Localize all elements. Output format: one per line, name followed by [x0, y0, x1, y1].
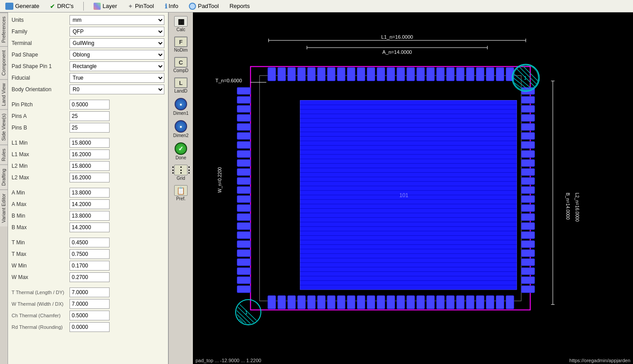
svg-rect-75 — [317, 295, 325, 309]
nodim-icon: F — [174, 36, 188, 47]
svg-rect-67 — [486, 68, 494, 81]
nodim-button[interactable]: F NoDim — [170, 35, 192, 54]
svg-rect-139 — [521, 277, 535, 284]
svg-rect-89 — [456, 295, 464, 309]
t-thermal-input[interactable]: 7.0000 — [69, 287, 110, 297]
svg-text:1: 1 — [245, 310, 248, 315]
svg-rect-112 — [237, 240, 250, 247]
pins-a-row: Pins A 25 — [12, 111, 164, 121]
units-select[interactable]: mminchmil — [69, 15, 164, 25]
pad-shape-select[interactable]: OblongRectangleRound — [69, 50, 164, 60]
layer-icon — [94, 3, 101, 10]
drcs-label: DRC's — [57, 3, 74, 9]
dimen1-button[interactable]: ● Dimen1 — [170, 96, 192, 117]
pcb-canvas[interactable]: 1 1 101 L1_n=16.0000 A_n=14.0000 — [193, 12, 633, 364]
w-min-row: W Min 0.1700 — [12, 261, 164, 271]
tab-drafting[interactable]: Drafting — [0, 165, 8, 190]
drcs-button[interactable]: ✔ DRC's — [47, 2, 76, 11]
svg-rect-116 — [237, 277, 250, 284]
a-max-input[interactable]: 14.2000 — [69, 199, 110, 209]
svg-rect-76 — [327, 295, 335, 309]
ch-thermal-input[interactable]: 0.5000 — [69, 311, 110, 320]
pad-shape-label: Pad Shape — [12, 52, 69, 58]
svg-rect-48 — [298, 68, 306, 81]
layer-button[interactable]: Layer — [91, 2, 120, 11]
svg-rect-104 — [237, 168, 250, 175]
pref-button[interactable]: 📋 Pref. — [170, 183, 192, 203]
info-button[interactable]: ℹ Info — [162, 2, 181, 11]
pins-a-label: Pins A — [12, 113, 69, 119]
svg-rect-90 — [466, 295, 474, 309]
tab-variant[interactable]: Variant Editor — [0, 190, 8, 226]
svg-rect-119 — [521, 96, 535, 103]
pin-pitch-input[interactable]: 0.5000 — [69, 100, 110, 109]
svg-rect-70 — [268, 295, 276, 309]
landd-label: LandD — [174, 89, 187, 93]
l1-min-label: L1 Min — [12, 140, 69, 146]
rd-thermal-input[interactable]: 0.0000 — [69, 322, 110, 332]
b-max-row: B Max 14.2000 — [12, 222, 164, 232]
generate-label: Generate — [15, 3, 39, 9]
svg-rect-73 — [298, 295, 306, 309]
fiducial-select[interactable]: TrueFalse — [69, 73, 164, 83]
pins-b-input[interactable]: 25 — [69, 123, 110, 133]
svg-rect-108 — [237, 204, 250, 211]
calc-button[interactable]: ▦ Calc — [170, 14, 192, 34]
main-content: Preferences Component Land View Side Vie… — [0, 12, 633, 364]
done-button[interactable]: ✓ Done — [170, 141, 192, 162]
svg-rect-66 — [476, 68, 484, 81]
reports-button[interactable]: Reports — [227, 2, 253, 10]
l1-max-input[interactable]: 16.2000 — [69, 150, 110, 159]
l2-max-row: L2 Max 16.2000 — [12, 173, 164, 182]
family-select[interactable]: QFPQFNSOIC — [69, 27, 164, 36]
l2-min-input[interactable]: 15.8000 — [69, 161, 110, 171]
a-min-input[interactable]: 13.8000 — [69, 188, 110, 198]
compd-button[interactable]: C CompD — [170, 55, 192, 75]
tab-sideview[interactable]: Side View(s) — [0, 109, 8, 145]
body-orientation-select[interactable]: R0R90R180R270 — [69, 85, 164, 94]
svg-rect-58 — [397, 68, 405, 81]
family-row: Family QFPQFNSOIC — [12, 27, 164, 36]
svg-rect-117 — [237, 286, 250, 293]
grid-button[interactable]: ⋮⋮⋮ Grid — [170, 163, 192, 182]
terminal-select[interactable]: GullWingJ-LeadFlat — [69, 38, 164, 48]
svg-rect-61 — [426, 68, 434, 81]
svg-rect-71 — [278, 295, 286, 309]
b-max-input[interactable]: 14.2000 — [69, 222, 110, 232]
w-thermal-input[interactable]: 7.0000 — [69, 299, 110, 309]
svg-text:W_n=0.2200: W_n=0.2200 — [217, 167, 222, 193]
pintool-button[interactable]: ✦ PinTool — [125, 2, 157, 11]
svg-rect-131 — [521, 204, 535, 211]
tab-rules[interactable]: Rules — [0, 145, 8, 165]
l1-min-input[interactable]: 15.8000 — [69, 138, 110, 148]
w-min-input[interactable]: 0.1700 — [69, 261, 110, 271]
pad-shape-pin1-select[interactable]: RectangleOblongRound — [69, 61, 164, 71]
l2-min-row: L2 Min 15.8000 — [12, 161, 164, 171]
tab-component[interactable]: Component — [0, 46, 8, 79]
done-icon: ✓ — [175, 142, 187, 155]
w-thermal-row: W Thermal (Width / DX) 7.0000 — [12, 299, 164, 309]
tab-preferences[interactable]: Preferences — [0, 12, 8, 46]
t-min-input[interactable]: 0.4500 — [69, 238, 110, 247]
status-right: https://oregadmin/appjarden — [569, 358, 630, 363]
landd-button[interactable]: L LandD — [170, 76, 192, 95]
l2-max-input[interactable]: 16.2000 — [69, 173, 110, 182]
svg-rect-97 — [237, 105, 250, 113]
svg-rect-93 — [496, 295, 504, 309]
svg-rect-79 — [357, 295, 365, 309]
w-max-input[interactable]: 0.2700 — [69, 272, 110, 282]
svg-rect-56 — [377, 68, 385, 81]
pins-a-input[interactable]: 25 — [69, 111, 110, 121]
dimen2-button[interactable]: ● Dimen2 — [170, 118, 192, 140]
t-max-input[interactable]: 0.7500 — [69, 249, 110, 259]
padtool-button[interactable]: PadTool — [186, 2, 221, 11]
b-min-input[interactable]: 13.8000 — [69, 211, 110, 221]
svg-rect-122 — [521, 123, 535, 130]
nodim-label: NoDim — [174, 48, 188, 53]
tab-landview[interactable]: Land View — [0, 79, 8, 109]
generate-button[interactable]: Generate — [3, 2, 42, 11]
fiducial-label: Fiducial — [12, 75, 69, 81]
b-min-row: B Min 13.8000 — [12, 211, 164, 221]
info-icon: ℹ — [165, 3, 167, 10]
svg-rect-137 — [521, 259, 535, 266]
